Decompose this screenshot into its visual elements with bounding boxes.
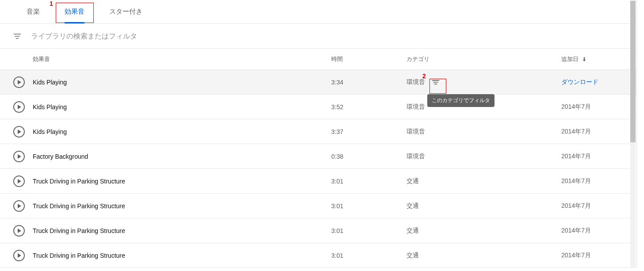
table-row[interactable]: Kids Playing3:34環境音このカテゴリでフィルタダウンロード — [0, 70, 636, 95]
track-title: Kids Playing — [33, 103, 331, 111]
track-category: 交通 — [406, 202, 419, 210]
play-button[interactable] — [13, 176, 25, 187]
table-row[interactable]: Kids Playing3:37環境音2014年7月 — [0, 119, 636, 144]
track-duration: 0:38 — [331, 153, 406, 160]
table-row[interactable]: Truck Driving in Parking Structure3:01交通… — [0, 194, 636, 218]
track-duration: 3:34 — [331, 79, 406, 86]
search-input[interactable] — [31, 32, 624, 40]
track-category: 環境音 — [406, 153, 425, 160]
track-duration: 3:37 — [331, 128, 406, 135]
table-row[interactable]: Truck Driving in Parking Structure3:01交通… — [0, 169, 636, 194]
track-duration: 3:52 — [331, 103, 406, 111]
track-category-cell: 交通 — [406, 227, 561, 235]
play-button[interactable] — [13, 225, 25, 237]
track-category: 環境音 — [406, 128, 425, 136]
track-title: Factory Background — [33, 153, 331, 160]
track-date: 2014年7月 — [561, 103, 636, 111]
table-row[interactable]: Factory Background0:38環境音2014年7月 — [0, 144, 636, 169]
track-date: ダウンロード — [561, 78, 636, 86]
sort-descending-icon — [581, 56, 587, 62]
track-date: 2014年7月 — [561, 227, 636, 235]
track-date: 2014年7月 — [561, 153, 636, 160]
scrollbar-thumb[interactable] — [630, 1, 636, 142]
track-category-cell: 交通 — [406, 202, 561, 210]
track-title: Truck Driving in Parking Structure — [33, 178, 331, 185]
track-duration: 3:01 — [331, 227, 406, 234]
category-filter-tooltip: このカテゴリでフィルタ — [427, 94, 494, 107]
track-category: 交通 — [406, 177, 419, 185]
table-row[interactable]: Truck Driving in Parking Structure3:01交通… — [0, 243, 636, 268]
track-category: 環境音 — [406, 103, 425, 111]
table-body: Kids Playing3:34環境音このカテゴリでフィルタダウンロードKids… — [0, 70, 636, 268]
track-title: Truck Driving in Parking Structure — [33, 252, 331, 259]
play-button[interactable] — [13, 126, 25, 137]
tabs-bar: 音楽 効果音 スター付き — [0, 0, 636, 24]
search-bar — [0, 24, 636, 49]
play-button[interactable] — [13, 101, 25, 113]
table-row[interactable]: Kids Playing3:52環境音2014年7月 — [0, 95, 636, 119]
track-title: Kids Playing — [33, 79, 331, 86]
track-duration: 3:01 — [331, 202, 406, 210]
table-header: 効果音 時間 カテゴリ 追加日 — [0, 49, 636, 70]
tab-starred[interactable]: スター付き — [97, 0, 155, 23]
track-date: 2014年7月 — [561, 252, 636, 260]
track-category-cell: 環境音このカテゴリでフィルタ — [406, 75, 561, 89]
track-duration: 3:01 — [331, 252, 406, 259]
play-button[interactable] — [13, 250, 25, 261]
play-button[interactable] — [13, 200, 25, 212]
play-button[interactable] — [13, 151, 25, 162]
table-row[interactable]: Truck Driving in Parking Structure3:01交通… — [0, 218, 636, 243]
download-link[interactable]: ダウンロード — [561, 78, 598, 85]
track-category: 交通 — [406, 252, 419, 260]
track-title: Truck Driving in Parking Structure — [33, 202, 331, 210]
category-filter-button[interactable]: このカテゴリでフィルタ — [429, 75, 443, 89]
column-duration-header[interactable]: 時間 — [331, 55, 406, 63]
column-date-header[interactable]: 追加日 — [561, 55, 636, 63]
track-title: Truck Driving in Parking Structure — [33, 227, 331, 234]
track-date: 2014年7月 — [561, 128, 636, 136]
track-date: 2014年7月 — [561, 202, 636, 210]
track-duration: 3:01 — [331, 178, 406, 185]
filter-icon[interactable] — [12, 31, 22, 41]
track-category: 交通 — [406, 227, 419, 235]
column-category-header[interactable]: カテゴリ — [406, 55, 561, 63]
column-title-header[interactable]: 効果音 — [33, 55, 331, 63]
tab-sfx[interactable]: 効果音 — [52, 0, 97, 23]
track-category-cell: 環境音 — [406, 153, 561, 160]
track-title: Kids Playing — [33, 128, 331, 135]
track-category-cell: 交通 — [406, 252, 561, 260]
track-category-cell: 交通 — [406, 177, 561, 185]
track-category-cell: 環境音 — [406, 128, 561, 136]
track-date: 2014年7月 — [561, 177, 636, 185]
play-button[interactable] — [13, 76, 25, 88]
track-category: 環境音 — [406, 78, 425, 86]
tab-music[interactable]: 音楽 — [14, 0, 52, 23]
